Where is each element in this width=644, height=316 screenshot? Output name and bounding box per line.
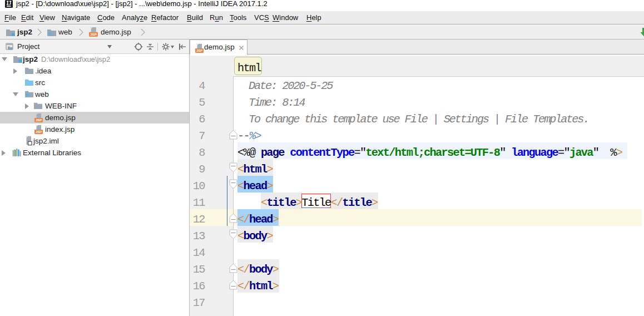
svg-text:JSP: JSP: [36, 119, 42, 122]
svg-text:JSP: JSP: [90, 32, 97, 36]
svg-text:JSP: JSP: [196, 49, 202, 52]
svg-text:JSP: JSP: [36, 130, 42, 134]
